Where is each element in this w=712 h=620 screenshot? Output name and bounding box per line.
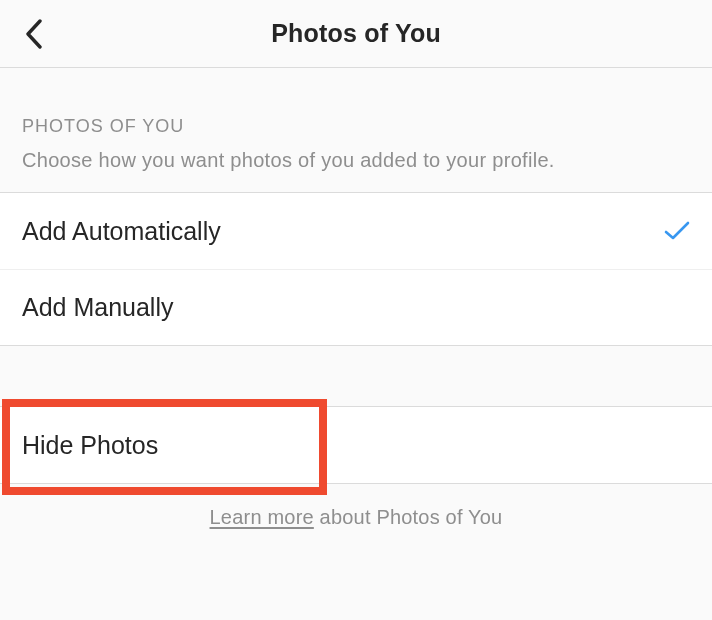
learn-more-link[interactable]: Learn more (210, 506, 314, 528)
checkmark-icon (664, 221, 690, 241)
hide-photos-button[interactable]: Hide Photos (0, 407, 712, 483)
footer: Learn more about Photos of You (0, 506, 712, 529)
spacer (0, 346, 712, 406)
section-description: Choose how you want photos of you added … (22, 147, 690, 174)
option-label: Add Manually (22, 293, 173, 322)
header: Photos of You (0, 0, 712, 68)
options-group: Add Automatically Add Manually (0, 192, 712, 346)
chevron-left-icon (25, 19, 42, 49)
option-add-manually[interactable]: Add Manually (0, 269, 712, 345)
section-header: PHOTOS OF YOU Choose how you want photos… (0, 68, 712, 192)
footer-text: about Photos of You (314, 506, 503, 528)
hide-group: Hide Photos (0, 406, 712, 484)
option-add-automatically[interactable]: Add Automatically (0, 193, 712, 269)
option-label: Add Automatically (22, 217, 221, 246)
back-button[interactable] (16, 17, 50, 51)
page-title: Photos of You (0, 19, 712, 48)
hide-label: Hide Photos (22, 431, 158, 460)
section-caption: PHOTOS OF YOU (22, 116, 690, 137)
